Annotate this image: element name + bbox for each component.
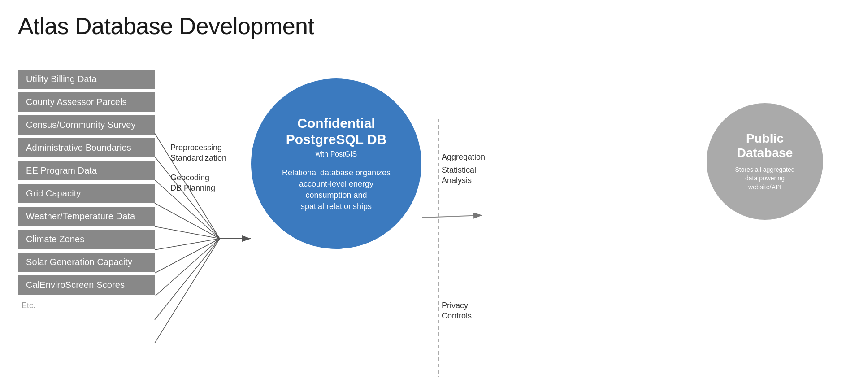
statistical-label: Statistical Analysis (442, 165, 476, 186)
circle-body: Relational database organizes account-le… (282, 167, 391, 213)
svg-line-7 (155, 239, 220, 250)
svg-line-6 (155, 226, 220, 239)
confidential-db-circle: Confidential PostgreSQL DB with PostGIS … (251, 78, 421, 249)
circle-title: Confidential PostgreSQL DB (286, 115, 387, 148)
svg-line-3 (155, 157, 220, 239)
page-title: Atlas Database Development (18, 13, 314, 39)
privacy-label: Privacy Controls (442, 301, 472, 322)
circle-subtitle: with PostGIS (316, 150, 357, 158)
svg-line-9 (155, 239, 220, 296)
geocoding-label: Geocoding DB Planning (170, 173, 215, 194)
right-circle-title: Public Database (737, 131, 793, 160)
public-db-circle: Public Database Stores all aggregated da… (707, 103, 823, 220)
aggregation-label: Aggregation (442, 152, 485, 162)
svg-line-10 (155, 239, 220, 320)
preprocessing-label: Preprocessing Standardization (170, 143, 226, 164)
svg-line-5 (155, 203, 220, 239)
svg-line-13 (422, 215, 482, 218)
svg-line-11 (155, 239, 220, 343)
right-circle-body: Stores all aggregated data powering webs… (735, 166, 794, 192)
